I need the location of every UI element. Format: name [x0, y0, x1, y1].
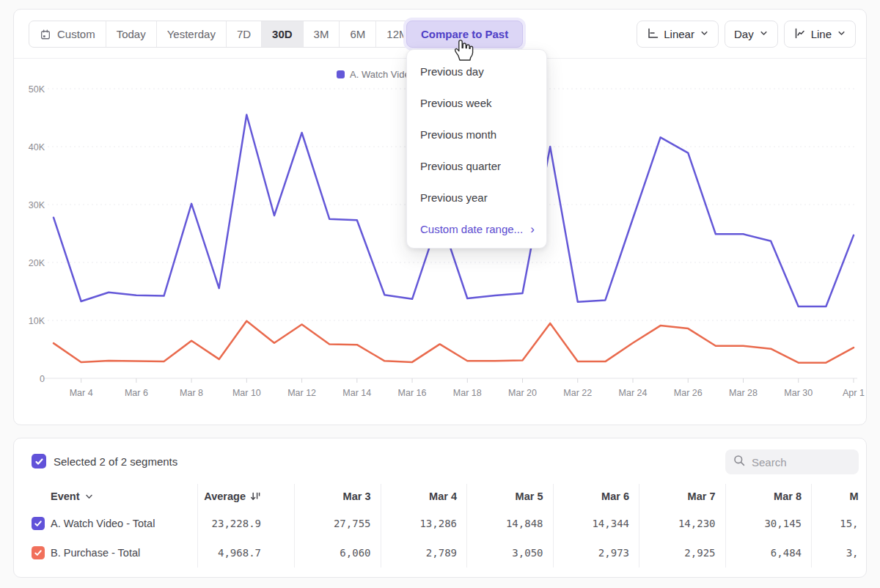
table-row[interactable]: A. Watch Video - Total23,228.927,75513,2…: [14, 509, 867, 538]
chart-options-group: Linear Day Line: [637, 21, 856, 48]
value-cell: 15,: [811, 509, 867, 538]
x-axis-label: Mar 14: [342, 388, 371, 398]
chevron-down-icon: [700, 28, 709, 40]
value-cell: 3,: [811, 538, 867, 567]
series-line-b-purchase: [54, 321, 854, 363]
x-axis-label: Mar 16: [398, 388, 427, 398]
range-button-30d[interactable]: 30D: [262, 21, 304, 47]
event-cell: B. Purchase - Total: [14, 538, 197, 567]
range-button-label: Custom: [57, 28, 95, 40]
x-axis-label: Mar 24: [619, 388, 648, 398]
range-button-label: 7D: [237, 28, 251, 40]
value-cell: 6,060: [294, 538, 381, 567]
value-cell: 23,228.9: [197, 509, 294, 538]
column-header-mar-5: Mar 5: [466, 484, 553, 509]
column-header-event[interactable]: Event: [14, 484, 197, 509]
range-button-3m[interactable]: 3M: [304, 21, 340, 47]
value-cell: 4,968.7: [197, 538, 294, 567]
segments-header: Selected 2 of 2 segments: [14, 438, 866, 481]
menu-item-custom-date-range[interactable]: Custom date range...›: [407, 213, 546, 245]
selected-segments-label: Selected 2 of 2 segments: [54, 455, 177, 468]
x-axis-label: Mar 30: [784, 388, 813, 398]
column-header-average[interactable]: Average: [197, 484, 294, 509]
legend-label: A. Watch Video: [350, 69, 415, 80]
x-axis-label: Mar 6: [125, 388, 148, 398]
legend-item-a-watch-video[interactable]: A. Watch Video: [337, 69, 415, 80]
event-label: A. Watch Video - Total: [51, 518, 155, 529]
range-button-label: Today: [117, 28, 146, 40]
range-button-label: 12M: [386, 28, 408, 40]
search-icon: [733, 454, 746, 470]
range-button-label: 6M: [350, 28, 365, 40]
scale-dropdown[interactable]: Linear: [637, 21, 719, 48]
segment-checkbox[interactable]: [32, 546, 45, 559]
scale-dropdown-label: Linear: [664, 28, 694, 40]
compare-to-past-button[interactable]: Compare to Past: [406, 21, 523, 48]
event-label: B. Purchase - Total: [51, 547, 140, 559]
segment-checkbox[interactable]: [32, 517, 45, 530]
table-header-row: EventAverageMar 3Mar 4Mar 5Mar 6Mar 7Mar…: [14, 484, 867, 509]
value-cell: 14,344: [553, 509, 639, 538]
column-header-mar-6: Mar 6: [553, 484, 639, 509]
segments-card: Selected 2 of 2 segments EventAverageMar…: [13, 438, 867, 578]
value-cell: 6,484: [725, 538, 812, 567]
sort-descending-icon: [250, 491, 261, 501]
column-header-mar-7: Mar 7: [639, 484, 725, 509]
check-icon: [34, 519, 43, 528]
x-axis-label: Mar 26: [674, 388, 703, 398]
y-axis-label: 40K: [29, 142, 45, 152]
x-axis-label: Mar 10: [232, 388, 261, 398]
search-input[interactable]: [752, 456, 847, 468]
range-button-custom[interactable]: Custom: [29, 21, 106, 47]
chart-type-dropdown-label: Line: [811, 28, 832, 40]
value-cell: 14,848: [466, 509, 553, 538]
range-button-yesterday[interactable]: Yesterday: [157, 21, 227, 47]
chart-type-dropdown[interactable]: Line: [784, 21, 856, 48]
select-all-checkbox[interactable]: [32, 454, 46, 468]
x-axis-label: Mar 12: [287, 388, 316, 398]
chevron-down-icon: [837, 28, 846, 40]
menu-item-previous-quarter[interactable]: Previous quarter: [407, 150, 546, 182]
x-axis-label: Mar 8: [180, 388, 203, 398]
segments-search: [725, 449, 859, 474]
y-axis-label: 0: [40, 374, 45, 384]
granularity-dropdown-label: Day: [734, 28, 754, 40]
x-axis-label: Mar 18: [453, 388, 482, 398]
menu-item-previous-week[interactable]: Previous week: [407, 87, 546, 119]
range-button-label: Yesterday: [167, 28, 216, 40]
event-cell: A. Watch Video - Total: [14, 509, 197, 538]
chevron-down-icon: [759, 28, 769, 40]
column-header-label: Mar 7: [688, 490, 716, 502]
x-axis-label: Mar 28: [729, 388, 758, 398]
range-button-7d[interactable]: 7D: [227, 21, 262, 47]
column-header-mar-8: Mar 8: [725, 484, 812, 509]
column-header-mar-3: Mar 3: [294, 484, 381, 509]
value-cell: 13,286: [381, 509, 467, 538]
table-row[interactable]: B. Purchase - Total4,968.76,0602,7893,05…: [14, 538, 867, 567]
range-button-6m[interactable]: 6M: [340, 21, 376, 47]
legend-swatch: [337, 70, 345, 78]
value-cell: 30,145: [725, 509, 812, 538]
column-header-label: M: [849, 490, 858, 502]
granularity-dropdown[interactable]: Day: [725, 21, 778, 48]
column-header-label: Mar 6: [601, 490, 629, 502]
menu-item-previous-year[interactable]: Previous year: [407, 182, 546, 213]
menu-item-previous-month[interactable]: Previous month: [407, 119, 546, 150]
chevron-right-icon: ›: [530, 213, 535, 245]
y-axis-label: 50K: [29, 84, 45, 95]
compare-menu: Previous dayPrevious weekPrevious monthP…: [406, 49, 547, 249]
x-axis-label: Mar 4: [70, 388, 93, 398]
column-header-label: Mar 3: [343, 490, 371, 502]
calendar-icon: [40, 29, 51, 40]
column-header-label: Mar 5: [516, 490, 543, 502]
line-chart-icon: [793, 27, 806, 42]
value-cell: 27,755: [294, 509, 381, 538]
value-cell: 14,230: [639, 509, 725, 538]
y-axis-label: 20K: [29, 258, 45, 268]
column-header-mar-4: Mar 4: [381, 484, 467, 509]
range-button-label: 30D: [272, 28, 293, 40]
range-button-today[interactable]: Today: [106, 21, 157, 47]
check-icon: [34, 548, 43, 557]
column-header-label: Average: [204, 490, 246, 502]
menu-item-previous-day[interactable]: Previous day: [407, 56, 546, 87]
